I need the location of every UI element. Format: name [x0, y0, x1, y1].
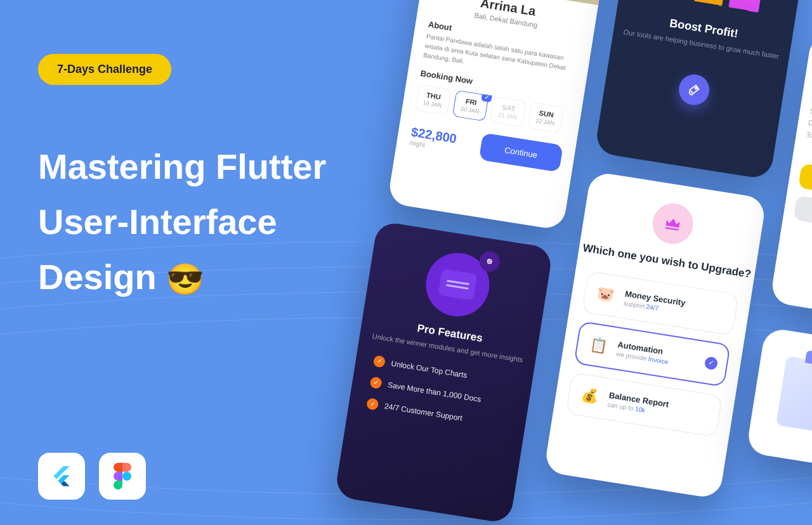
feature-text: 24/7 Customer Support [384, 401, 463, 422]
crown-icon [650, 200, 696, 247]
headline-line-1: Mastering Flutter [38, 139, 326, 195]
save-button[interactable]: Save [793, 195, 812, 237]
day-option[interactable]: THU 19 JAN [415, 84, 452, 115]
check-icon: ✓ [369, 376, 383, 389]
figma-logo-icon [99, 453, 146, 500]
day-option-selected[interactable]: FRI 20 JAN [452, 90, 489, 122]
feature-text: Save More than 1,000 Docs [387, 380, 481, 403]
challenge-badge: 7-Days Challenge [38, 54, 171, 85]
shopping-bag-icon [776, 356, 812, 436]
headline-line-2: User-Interface [38, 195, 326, 250]
day-option-disabled: SAT 21 JAN [490, 96, 527, 127]
check-icon: ✓ [366, 398, 379, 411]
rocket-fab-button[interactable] [677, 72, 712, 107]
headline: Mastering Flutter User-Interface Design … [38, 139, 326, 304]
sunglasses-emoji-icon: 😎 [166, 262, 204, 296]
pro-feature-icon [421, 249, 494, 321]
svg-point-1 [695, 87, 697, 89]
logo-row [38, 453, 146, 500]
svg-point-0 [122, 472, 131, 481]
boost-phone-mockup: $ ↑ Boost Profit! Our tools are helping … [594, 0, 812, 180]
svg-point-2 [487, 259, 492, 264]
info-row: Total [806, 131, 812, 155]
continue-button[interactable]: Continue [479, 133, 563, 172]
shopping-bag-phone-mockup [746, 327, 812, 472]
flutter-logo-icon [38, 453, 85, 500]
upgrade-phone-mockup: Which one you wish to Upgrade? 🐷 Money S… [544, 171, 767, 500]
piggy-bank-icon: 🐷 [593, 282, 619, 308]
headline-line-3: Design [38, 257, 157, 297]
day-option[interactable]: SUN 22 JAN [527, 102, 564, 134]
feature-text: Unlock Our Top Charts [391, 359, 468, 380]
balance-icon: 💰 [577, 383, 603, 409]
check-icon: ✓ [704, 356, 719, 370]
check-icon: ✓ [373, 354, 386, 368]
booking-phone-mockup: Arrina La Bali, Dekat Bandung About Pant… [387, 0, 612, 231]
svg-point-3 [488, 261, 490, 262]
invoice-icon: 📋 [586, 332, 612, 358]
upgrade-options-list: 🐷 Money Security support 24/7 📋 Automati… [553, 255, 754, 439]
gear-badge-icon [478, 250, 501, 273]
